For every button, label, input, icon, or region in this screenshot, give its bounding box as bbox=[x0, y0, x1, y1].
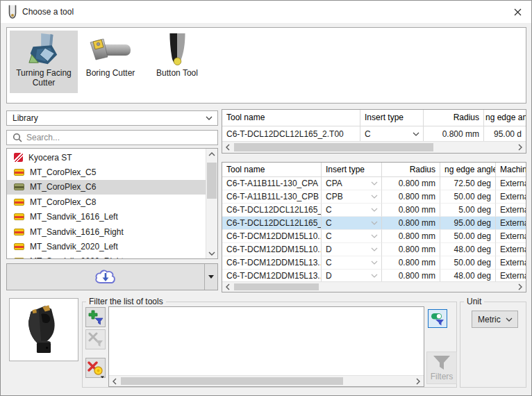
column-header-edge-angle[interactable]: ng edge angle bbox=[440, 163, 496, 176]
filters-button[interactable]: Filters bbox=[426, 352, 457, 384]
download-library-button[interactable] bbox=[6, 263, 218, 290]
tool-name-cell: C6-T-A11B11L-130_CPB bbox=[222, 190, 322, 204]
tool-type-boring-cutter[interactable]: Boring Cutter bbox=[79, 31, 142, 93]
chevron-down-icon bbox=[371, 234, 378, 238]
tool-table-row[interactable]: C6-T-DCL12DCL12L165_1 C 0.800 mm 5.00 de… bbox=[222, 204, 526, 217]
column-header-tool-name[interactable]: Tool name bbox=[222, 110, 360, 126]
scroll-left-icon[interactable] bbox=[222, 142, 234, 153]
add-filter-button[interactable] bbox=[85, 307, 106, 327]
machining-cell: Externa bbox=[496, 177, 526, 190]
insert-type-combobox[interactable]: D bbox=[322, 243, 382, 256]
column-header-edge-angle[interactable]: ng edge ang bbox=[484, 110, 526, 126]
insert-type-combobox[interactable]: C bbox=[322, 230, 382, 243]
library-list-item[interactable]: MT_Sandvik_2020_Right bbox=[7, 254, 206, 259]
library-list-item[interactable]: MT_CoroPlex_C8 bbox=[7, 195, 206, 209]
tool-table-row[interactable]: C6-T-DCM12DDM15L10... C 0.800 mm 50.00 d… bbox=[222, 230, 526, 243]
tool-table-row[interactable]: C6-T-A11B11L-130_CPA CPA 0.800 mm 72.50 … bbox=[222, 177, 526, 190]
radius-cell: 0.800 mm bbox=[382, 177, 440, 190]
scroll-left-icon[interactable] bbox=[222, 282, 234, 292]
filters-button-label: Filters bbox=[431, 372, 454, 381]
library-list-scrollbar[interactable] bbox=[206, 149, 217, 258]
tools-table-rows: C6-T-A11B11L-130_CPA CPA 0.800 mm 72.50 … bbox=[222, 177, 526, 283]
insert-type-value: C bbox=[365, 129, 371, 139]
column-header-tool-name[interactable]: Tool name bbox=[222, 163, 322, 176]
library-name: MT_Sandvik_2020_Left bbox=[30, 242, 118, 251]
add-filter-icon bbox=[88, 310, 103, 325]
selected-tool-row[interactable]: C6-T-DCL12DCL12L165_2.T00 C 0.800 mm 95.… bbox=[222, 126, 526, 142]
insert-type-combobox[interactable]: C bbox=[322, 256, 382, 270]
tool-table-row[interactable]: C6-T-A11B11L-130_CPB CPB 0.800 mm 50.00 … bbox=[222, 190, 526, 204]
scrollbar-thumb[interactable] bbox=[234, 283, 319, 290]
column-header-radius[interactable]: Radius bbox=[424, 110, 484, 126]
insert-type-combobox[interactable]: C bbox=[322, 217, 382, 230]
scroll-down-icon[interactable] bbox=[206, 247, 217, 258]
column-header-radius[interactable]: Radius bbox=[382, 163, 440, 176]
clear-filter-button[interactable] bbox=[85, 358, 106, 378]
radius-cell: 0.800 mm bbox=[382, 256, 440, 270]
turning-facing-cutter-icon bbox=[10, 32, 78, 68]
edge-angle-cell: 50.00 deg bbox=[440, 190, 496, 204]
insert-type-value: C bbox=[326, 205, 332, 215]
scrollbar-thumb[interactable] bbox=[207, 163, 217, 199]
library-dropdown[interactable]: Library bbox=[6, 110, 218, 126]
unit-dropdown[interactable]: Metric bbox=[472, 311, 518, 328]
search-box bbox=[6, 130, 218, 145]
column-header-machining[interactable]: Machin bbox=[496, 163, 526, 176]
chevron-down-icon bbox=[371, 247, 378, 251]
choose-a-tool-dialog: Choose a tool Turning Facing Cutter bbox=[0, 0, 532, 396]
scrollbar-thumb[interactable] bbox=[121, 377, 343, 385]
filter-group-label: Filter the list of tools bbox=[86, 297, 166, 306]
search-input[interactable] bbox=[26, 133, 217, 142]
scroll-up-icon[interactable] bbox=[206, 149, 217, 160]
tool-type-label: Button Tool bbox=[143, 68, 211, 78]
horizontal-scrollbar[interactable] bbox=[222, 281, 526, 292]
tool-type-turning-facing-cutter[interactable]: Turning Facing Cutter bbox=[10, 31, 78, 93]
scroll-right-icon[interactable] bbox=[514, 282, 526, 292]
library-list-item[interactable]: MT_Sandvik_2020_Left bbox=[7, 239, 206, 254]
radius-cell: 0.800 mm bbox=[424, 126, 484, 142]
scroll-right-icon[interactable] bbox=[412, 376, 424, 386]
button-tool-icon bbox=[143, 32, 211, 68]
boring-cutter-icon bbox=[79, 32, 142, 68]
library-icon-yellow bbox=[14, 213, 24, 220]
library-name: MT_CoroPlex_C6 bbox=[30, 182, 96, 192]
horizontal-scrollbar[interactable] bbox=[109, 375, 424, 386]
library-icon-yellow bbox=[14, 243, 24, 250]
tool-name-cell: C6-T-DCM12DDM15L13... bbox=[222, 256, 322, 270]
chevron-down-icon bbox=[371, 208, 378, 212]
tool-table-row[interactable]: C6-T-DCM12DDM15L13... C 0.800 mm 50.00 d… bbox=[222, 256, 526, 270]
scroll-right-icon[interactable] bbox=[514, 142, 526, 153]
chevron-down-icon bbox=[413, 132, 419, 136]
tools-table-header: Tool name Insert type Radius ng edge ang… bbox=[222, 163, 526, 177]
cloud-download-icon[interactable] bbox=[7, 264, 204, 290]
scrollbar-thumb[interactable] bbox=[234, 143, 433, 151]
insert-type-combobox[interactable]: CPA bbox=[322, 177, 382, 190]
library-list-item[interactable]: MT_Sandvik_1616_Left bbox=[7, 210, 206, 224]
library-list-items: Kyocera ST MT_CoroPlex_C5 MT_CoroPlex_C6… bbox=[7, 150, 206, 259]
library-dropdown-value: Library bbox=[7, 113, 206, 123]
horizontal-scrollbar[interactable] bbox=[222, 141, 526, 153]
insert-type-combobox[interactable]: C bbox=[360, 126, 424, 142]
tool-table-row[interactable]: C6-T-DCM12DDM15L10... D 0.800 mm 48.00 d… bbox=[222, 243, 526, 256]
titlebar: Choose a tool bbox=[1, 1, 531, 23]
library-list-item[interactable]: MT_CoroPlex_C5 bbox=[7, 165, 206, 179]
insert-type-combobox[interactable]: C bbox=[322, 204, 382, 217]
funnel-icon bbox=[433, 355, 451, 370]
close-icon[interactable] bbox=[508, 3, 527, 20]
scroll-left-icon[interactable] bbox=[109, 376, 121, 386]
tool-table-row[interactable]: C6-T-DCL12DCL12L165_2 C 0.800 mm 95.00 d… bbox=[222, 217, 526, 230]
remove-filter-button[interactable] bbox=[85, 329, 106, 349]
library-list-item[interactable]: MT_Sandvik_1616_Right bbox=[7, 224, 206, 239]
filter-list[interactable] bbox=[108, 306, 424, 387]
column-header-insert-type[interactable]: Insert type bbox=[360, 110, 424, 126]
insert-type-value: D bbox=[326, 245, 332, 254]
library-list-item[interactable]: MT_CoroPlex_C6 bbox=[7, 180, 206, 195]
insert-type-combobox[interactable]: CPB bbox=[322, 190, 382, 204]
column-header-insert-type[interactable]: Insert type bbox=[322, 163, 382, 176]
edge-angle-cell: 50.00 deg bbox=[440, 230, 496, 243]
tool-type-button-tool[interactable]: Button Tool bbox=[143, 31, 211, 93]
download-options-dropdown[interactable] bbox=[204, 264, 217, 290]
library-list-item[interactable]: Kyocera ST bbox=[7, 150, 206, 165]
toggle-filter-button[interactable] bbox=[428, 309, 447, 328]
tool-name-cell: C6-T-A11B11L-130_CPA bbox=[222, 177, 322, 190]
